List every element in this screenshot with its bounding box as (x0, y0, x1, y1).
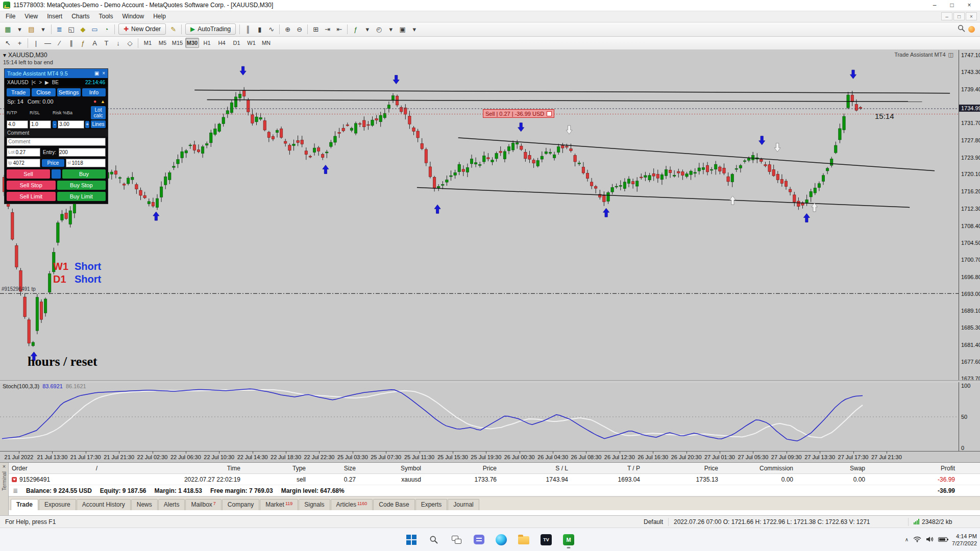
profile-selector[interactable]: Default (639, 518, 669, 526)
symbol-collapse-icon[interactable]: ▾ (3, 52, 6, 59)
breakeven-button[interactable]: BE (52, 80, 59, 85)
terminal-tab-company[interactable]: Company (222, 499, 259, 510)
terminal-tab-signals[interactable]: Signals (299, 499, 330, 510)
terminal-tab-alerts[interactable]: Alerts (158, 499, 185, 510)
battery-icon[interactable] (938, 537, 947, 542)
rtp-input[interactable] (7, 120, 28, 129)
sl-input[interactable] (72, 159, 106, 166)
vertical-line-icon[interactable]: | (30, 37, 42, 48)
close-button[interactable]: × (961, 0, 978, 10)
timeframe-mn[interactable]: MN (259, 38, 273, 48)
timeframe-m1[interactable]: M1 (141, 38, 155, 48)
column-header-commission[interactable]: Commission (721, 465, 796, 472)
wifi-icon[interactable] (913, 535, 921, 544)
lot-calc-button[interactable]: Lot calc (91, 106, 106, 119)
metatrader-taskbar-button[interactable]: M (559, 531, 578, 549)
terminal-tab-mailbox[interactable]: Mailbox7 (185, 499, 221, 510)
text-icon[interactable]: A (89, 37, 101, 48)
strategy-tester-icon[interactable]: ◔ (101, 23, 112, 35)
chart-restore-button[interactable]: □ (953, 12, 965, 20)
time-axis[interactable]: 21 Jul 202221 Jul 13:3021 Jul 17:3021 Ju… (0, 451, 980, 462)
chat-button[interactable] (470, 531, 488, 549)
menu-insert[interactable]: Insert (42, 12, 67, 21)
lines-button[interactable]: Lines (91, 120, 106, 128)
symbol-first-button[interactable]: |< (32, 80, 36, 85)
templates-dropdown-icon[interactable]: ▾ (408, 23, 420, 35)
metaeditor-icon[interactable]: ✎ (167, 23, 179, 35)
column-header-price[interactable]: Price (643, 465, 721, 472)
swap-side-button[interactable] (52, 169, 61, 179)
zoom-in-icon[interactable]: ⊕ (282, 23, 293, 35)
navigator-icon[interactable]: ◆ (77, 23, 89, 35)
bell-icon[interactable]: ▲ (101, 99, 105, 104)
screenshot-icon[interactable]: ▣ (94, 70, 99, 76)
column-header-size[interactable]: Size (309, 465, 359, 472)
bar-chart-icon[interactable]: ║ (242, 23, 254, 35)
menu-file[interactable]: File (1, 12, 20, 21)
column-header-s-l[interactable]: S / L (500, 465, 571, 472)
timeframe-w1[interactable]: W1 (244, 38, 258, 48)
buy-button[interactable]: Buy (62, 169, 106, 179)
lot-input[interactable] (16, 148, 40, 156)
clock-widget[interactable]: 4:14 PM 7/27/2022 (952, 533, 977, 547)
stochastic-panel[interactable]: Stoch(100,3,3) 83.6921 86.1621 100500 (0, 382, 980, 452)
tradingview-button[interactable]: TV (537, 531, 555, 549)
terminal-panel-icon[interactable]: ▭ (89, 23, 101, 35)
start-button[interactable] (402, 531, 421, 549)
notification-icon[interactable] (968, 26, 975, 33)
symbol-next-button[interactable]: > (39, 80, 42, 85)
menu-charts[interactable]: Charts (67, 12, 94, 21)
zoom-out-icon[interactable]: ⊖ (293, 23, 305, 35)
shapes-icon[interactable]: ◇ (124, 37, 136, 48)
file-explorer-button[interactable] (514, 531, 533, 549)
assistant-tab-settings[interactable]: Settings (57, 88, 81, 96)
new-order-button[interactable]: ✚ New Order (118, 23, 166, 35)
risk-plus-button[interactable]: + (85, 121, 89, 128)
risk-minus-button[interactable]: - (53, 121, 57, 128)
trade-assistant-titlebar[interactable]: Trade Assistant MT4 9.5 ▣ × (5, 69, 108, 78)
profiles-icon[interactable]: ▤ (26, 23, 37, 35)
periods-icon[interactable]: ◴ (373, 23, 385, 35)
arrows-tool-icon[interactable]: ↓ (112, 37, 124, 48)
buy-limit-button[interactable]: Buy Limit (57, 192, 106, 201)
terminal-tab-account-history[interactable]: Account History (77, 499, 131, 510)
chart-canvas[interactable] (0, 50, 959, 380)
assistant-tab-trade[interactable]: Trade (7, 88, 30, 96)
templates-icon[interactable]: ▣ (397, 23, 408, 35)
profiles-dropdown-icon[interactable]: ▾ (37, 23, 49, 35)
autotrading-button[interactable]: ▶ AutoTrading (185, 23, 236, 35)
data-window-icon[interactable]: ◱ (65, 23, 77, 35)
tile-windows-icon[interactable]: ⊞ (310, 23, 322, 35)
column-header-type[interactable]: Type (243, 465, 309, 472)
new-chart-icon[interactable]: ▦ (2, 23, 14, 35)
chart-minimize-button[interactable]: – (941, 12, 952, 20)
timeframe-h1[interactable]: H1 (200, 38, 214, 48)
restore-button[interactable]: □ (943, 0, 961, 10)
price-axis[interactable]: 1734.99 1747.101743.301739.401731.701727… (959, 50, 980, 380)
timeframe-m5[interactable]: M5 (156, 38, 169, 48)
timeframe-m30[interactable]: M30 (185, 38, 199, 48)
sell-limit-button[interactable]: Sell Limit (7, 192, 56, 201)
terminal-tab-journal[interactable]: Journal (448, 499, 479, 510)
terminal-tab-news[interactable]: News (131, 499, 158, 510)
assistant-tab-info[interactable]: Info (82, 88, 106, 96)
candlestick-icon[interactable]: ▮ (254, 23, 265, 35)
connection-status[interactable]: 23482/2 kb (909, 518, 980, 526)
column-header-swap[interactable]: Swap (796, 465, 868, 472)
crosshair-icon[interactable]: + (14, 37, 26, 48)
terminal-close-icon[interactable]: × (3, 463, 6, 470)
fibonacci-icon[interactable]: ƒ (77, 37, 89, 48)
auto-scroll-icon[interactable]: ⇥ (322, 23, 333, 35)
volume-icon[interactable] (926, 535, 934, 544)
terminal-tab-trade[interactable]: Trade (11, 499, 38, 510)
panel-close-icon[interactable]: × (102, 70, 105, 76)
comment-input[interactable] (7, 138, 106, 146)
symbol-play-button[interactable]: ▶ (45, 80, 49, 85)
timeframe-h4[interactable]: H4 (215, 38, 229, 48)
buy-stop-button[interactable]: Buy Stop (57, 181, 106, 190)
table-row[interactable]: 9152964912022.07.27 22:02:19sell0.27xauu… (9, 474, 980, 485)
horizontal-line-icon[interactable]: — (42, 37, 54, 48)
terminal-tab-experts[interactable]: Experts (415, 499, 448, 510)
timeframe-m15[interactable]: M15 (170, 38, 184, 48)
menu-view[interactable]: View (20, 12, 42, 21)
